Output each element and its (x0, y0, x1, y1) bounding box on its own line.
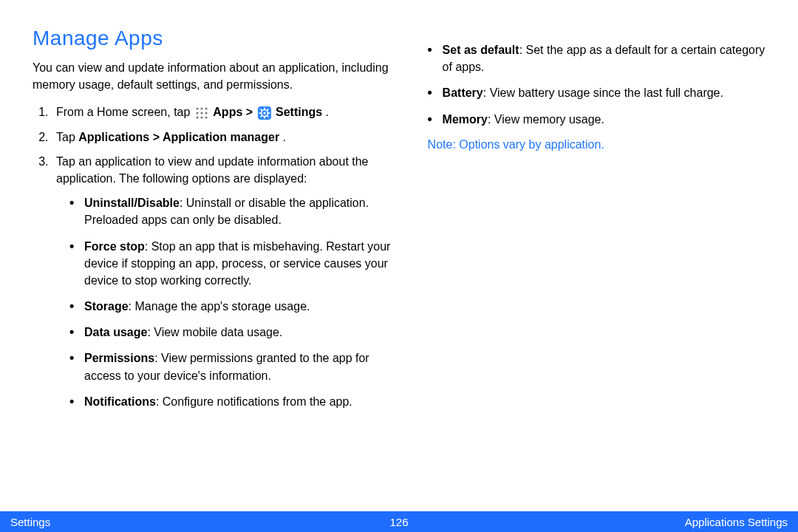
svg-point-8 (205, 117, 207, 119)
option-desc: : View memory usage. (488, 113, 604, 126)
step-1-gt: > (246, 106, 256, 118)
option-storage: Storage: Manage the app's storage usage. (69, 298, 392, 315)
svg-point-7 (200, 117, 202, 119)
note-line: Note: Options vary by application. (428, 138, 765, 151)
option-set-default: Set as default: Set the app as a default… (428, 41, 765, 75)
svg-point-0 (196, 108, 198, 110)
footer-right: Applications Settings (685, 516, 788, 528)
intro-paragraph: You can view and update information abou… (33, 59, 392, 93)
option-term: Force stop (84, 240, 145, 253)
option-term: Storage (84, 300, 129, 313)
section-heading: Manage Apps (33, 27, 392, 50)
svg-point-4 (200, 112, 202, 115)
step-2-bold: Applications > Application manager (78, 131, 279, 143)
steps-list: From a Home screen, tap Apps > (33, 103, 392, 410)
step-1-settings-label: Settings (276, 106, 322, 118)
option-term: Data usage (84, 326, 147, 338)
step-1-apps-label: Apps (213, 106, 242, 118)
svg-point-5 (205, 112, 207, 115)
option-permissions: Permissions: View permissions granted to… (69, 349, 392, 383)
option-desc: : View battery usage since the last full… (483, 86, 723, 99)
apps-grid-icon (195, 106, 208, 120)
step-1: From a Home screen, tap Apps > (52, 103, 392, 120)
option-term: Uninstall/Disable (84, 197, 180, 209)
option-desc: : View mobile data usage. (147, 326, 282, 338)
option-battery: Battery: View battery usage since the la… (428, 84, 765, 101)
svg-point-11 (263, 112, 265, 115)
step-1-dot: . (326, 106, 329, 118)
options-list-left: Uninstall/Disable: Uninstall or disable … (56, 194, 392, 410)
option-term: Memory (443, 113, 488, 126)
step-2-prefix: Tap (56, 131, 78, 143)
options-list-right: Set as default: Set the app as a default… (428, 41, 765, 128)
svg-point-6 (196, 117, 198, 119)
step-3-text: Tap an application to view and update in… (56, 155, 369, 185)
note-text: : Options vary by application. (452, 138, 604, 151)
option-data-usage: Data usage: View mobile data usage. (69, 324, 392, 341)
svg-point-2 (205, 108, 207, 110)
step-2-dot: . (283, 131, 286, 143)
step-1-text-prefix: From a Home screen, tap (56, 106, 194, 118)
option-term: Notifications (84, 395, 156, 408)
footer-left: Settings (10, 516, 50, 528)
option-term: Set as default (443, 44, 519, 56)
page-footer: Settings 126 Applications Settings (0, 511, 798, 532)
footer-page-number: 126 (389, 516, 408, 528)
step-2: Tap Applications > Application manager . (52, 129, 392, 146)
svg-point-3 (196, 112, 198, 115)
option-desc: : Manage the app's storage usage. (129, 300, 310, 313)
option-term: Battery (443, 86, 483, 99)
option-force-stop: Force stop: Stop an app that is misbehav… (69, 238, 392, 290)
option-memory: Memory: View memory usage. (428, 111, 765, 128)
option-desc: : Configure notifications from the app. (156, 395, 352, 408)
step-3: Tap an application to view and update in… (52, 153, 392, 410)
note-label: Note (428, 138, 453, 151)
option-notifications: Notifications: Configure notifications f… (69, 393, 392, 410)
settings-gear-icon (258, 106, 271, 120)
option-uninstall: Uninstall/Disable: Uninstall or disable … (69, 194, 392, 228)
option-term: Permissions (84, 352, 154, 364)
svg-point-1 (200, 108, 202, 110)
